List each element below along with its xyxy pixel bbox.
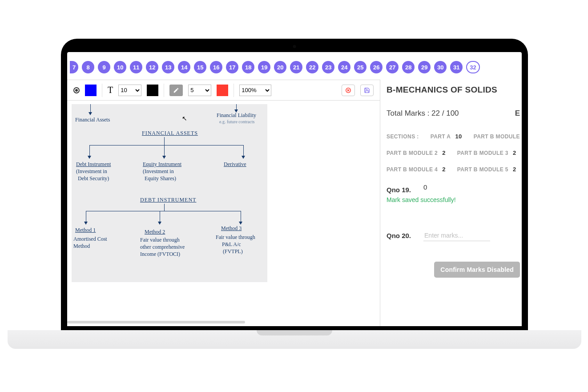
edge-label: E	[515, 109, 520, 118]
hw-text: Method 3	[221, 225, 242, 232]
annotation-area: T 8101214 1358 50%75%100%150%	[67, 80, 380, 326]
color-swatch-stroke[interactable]	[217, 85, 228, 96]
save-button[interactable]	[360, 85, 374, 96]
page-pill-9[interactable]: 9	[98, 61, 110, 73]
hw-text: Financial Liability	[217, 112, 256, 119]
hw-text: Method	[73, 243, 90, 250]
page-pill-27[interactable]: 27	[386, 61, 399, 73]
page-pill-16[interactable]: 16	[210, 61, 222, 73]
page-pill-7[interactable]: 7	[70, 61, 78, 73]
hw-text: Debt Instrument	[76, 161, 111, 168]
hw-text: e.g. future contracts	[219, 119, 254, 124]
hw-text: Financial Assets	[75, 117, 110, 123]
question-value: 0	[423, 183, 427, 191]
page-pill-17[interactable]: 17	[226, 61, 238, 73]
section-item[interactable]: PART B MODULE 52	[457, 166, 516, 173]
horizontal-scrollbar[interactable]	[67, 320, 363, 324]
section-item[interactable]: PART B MODULE 22	[387, 150, 446, 156]
cursor-icon: ↖	[182, 115, 187, 122]
laptop-base	[8, 330, 581, 349]
confirm-marks-button[interactable]: Confirm Marks Disabled	[434, 262, 520, 278]
hw-text: Method 2	[145, 229, 165, 235]
save-success-message: Mark saved successfully!	[387, 196, 520, 203]
page-pill-12[interactable]: 12	[146, 61, 158, 73]
hw-text: other comprehensive	[140, 244, 185, 251]
hw-heading: FINANCIAL ASSETS	[142, 130, 198, 137]
page-pill-29[interactable]: 29	[418, 61, 431, 73]
page-pill-20[interactable]: 20	[274, 61, 286, 73]
hw-text: Method 1	[75, 227, 96, 234]
pencil-tool-icon[interactable]	[169, 85, 183, 96]
color-swatch-primary[interactable]	[85, 85, 97, 96]
answer-sheet: Financial Assets Financial Liability e.g…	[72, 104, 267, 282]
section-item[interactable]: PART B MODULE 32	[457, 150, 516, 156]
page-pill-8[interactable]: 8	[82, 61, 94, 73]
zoom-select[interactable]: 50%75%100%150%	[239, 85, 271, 96]
section-item[interactable]: PART B MODULE 42	[387, 166, 446, 173]
section-item[interactable]: PART A10	[431, 133, 462, 140]
page-pill-18[interactable]: 18	[242, 61, 254, 73]
page-pill-13[interactable]: 13	[162, 61, 174, 73]
laptop-camera	[293, 45, 296, 48]
divider	[234, 84, 234, 97]
delete-button[interactable]	[342, 85, 355, 96]
tool-radio[interactable]	[73, 87, 80, 93]
course-title: B-MECHANICS OF SOLIDS	[387, 85, 520, 95]
font-size-select[interactable]: 8101214	[118, 85, 141, 96]
hw-text: Income (FVTOCI)	[140, 251, 180, 258]
page-pill-11[interactable]: 11	[130, 61, 142, 73]
text-tool-icon[interactable]: T	[108, 85, 113, 95]
page-pill-22[interactable]: 22	[306, 61, 318, 73]
divider	[164, 84, 164, 97]
divider	[102, 84, 102, 97]
question-label: Qno 19.	[387, 186, 411, 194]
page-pill-25[interactable]: 25	[354, 61, 366, 73]
page-pill-19[interactable]: 19	[258, 61, 270, 73]
hw-text: Amortised Cost	[73, 236, 107, 242]
page-pill-30[interactable]: 30	[434, 61, 447, 73]
hw-text: Equity Shares)	[145, 175, 176, 182]
marks-panel: B-MECHANICS OF SOLIDS Total Marks : 22 /…	[380, 80, 522, 326]
page-number-row: 7891011121314151617181920212223242526272…	[67, 55, 522, 80]
color-swatch-text[interactable]	[147, 85, 158, 96]
stroke-size-select[interactable]: 1358	[188, 85, 211, 96]
page-pill-21[interactable]: 21	[290, 61, 302, 73]
hw-text: Derivative	[224, 161, 246, 168]
hw-text: (FVTPL)	[223, 248, 243, 255]
question-label: Qno 20.	[387, 232, 411, 239]
hw-text: (Investment in	[143, 168, 174, 175]
sections-label: SECTIONS :	[387, 133, 419, 140]
page-pill-24[interactable]: 24	[338, 61, 350, 73]
page-pill-10[interactable]: 10	[114, 61, 126, 73]
page-pill-26[interactable]: 26	[370, 61, 383, 73]
page-pill-31[interactable]: 31	[450, 61, 463, 73]
annotation-toolbar: T 8101214 1358 50%75%100%150%	[67, 80, 380, 101]
hw-text: Fair value through	[140, 237, 180, 243]
hw-text: Debt Security)	[78, 175, 109, 182]
page-pill-23[interactable]: 23	[322, 61, 334, 73]
page-pill-15[interactable]: 15	[194, 61, 206, 73]
hw-heading: DEBT INSTRUMENT	[140, 197, 196, 203]
hw-text: P&L A/c	[222, 241, 241, 248]
total-marks: Total Marks : 22 / 100	[387, 109, 459, 118]
canvas-scroll[interactable]: Financial Assets Financial Liability e.g…	[67, 101, 380, 326]
hw-text: (Investment in	[76, 168, 107, 175]
page-pill-32[interactable]: 32	[466, 61, 479, 73]
hw-text: Equity Instrument	[143, 161, 181, 168]
page-pill-28[interactable]: 28	[402, 61, 415, 73]
hw-text: Fair value through	[216, 234, 255, 241]
section-item[interactable]: PART B MODULE	[474, 133, 520, 140]
marks-input[interactable]	[423, 230, 490, 241]
page-pill-14[interactable]: 14	[178, 61, 190, 73]
